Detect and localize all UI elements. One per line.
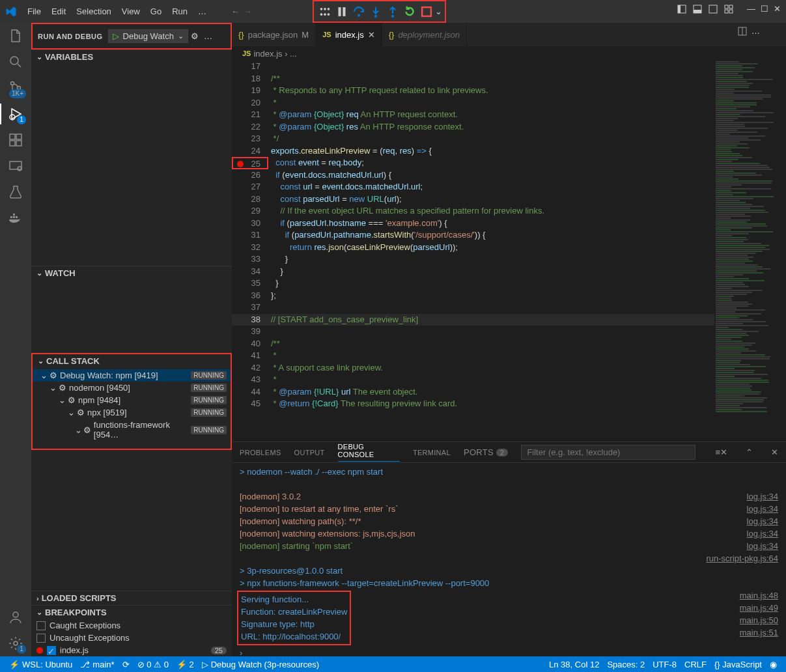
checkbox[interactable] <box>36 621 46 630</box>
breakpoint-item[interactable]: Uncaught Exceptions <box>31 632 232 644</box>
sidebar-right-icon[interactable] <box>708 4 718 14</box>
ports-indicator[interactable]: ⚡ 2 <box>173 660 198 669</box>
language-indicator[interactable]: {} JavaScript <box>710 660 766 669</box>
source-link[interactable]: main.js:48 <box>740 589 778 602</box>
breakpoint-item[interactable]: ✓index.js25 <box>31 644 232 656</box>
editor-tab[interactable]: {}package.json M <box>232 23 316 46</box>
minimap[interactable] <box>714 61 786 441</box>
step-into-icon[interactable] <box>369 5 383 19</box>
gear-icon[interactable]: ⚙ <box>191 31 199 41</box>
split-editor-icon[interactable] <box>737 26 748 36</box>
remote-explorer-icon[interactable] <box>8 158 23 174</box>
pause-icon[interactable] <box>335 5 349 19</box>
checkbox[interactable] <box>36 634 46 643</box>
section-header[interactable]: ›LOADED SCRIPTS <box>31 591 232 605</box>
section-header[interactable]: ⌄WATCH <box>31 266 232 280</box>
menu-item[interactable]: File <box>22 4 46 19</box>
panel-icon[interactable] <box>692 4 703 14</box>
breakpoint-item[interactable]: Caught Exceptions <box>31 619 232 632</box>
source-link[interactable]: log.js:34 <box>747 490 778 503</box>
debug-session-indicator[interactable]: ▷ Debug Watch (3p-resources) <box>198 660 323 669</box>
branch-indicator[interactable]: ⎇ main* <box>76 660 118 669</box>
more-icon[interactable]: … <box>204 31 212 41</box>
editor-tab[interactable]: {}deployment.json <box>382 23 467 46</box>
layout-icon[interactable] <box>677 4 687 14</box>
tab-output[interactable]: OUTPUT <box>294 449 325 456</box>
nav-back-icon[interactable]: ← <box>231 7 240 16</box>
close-tab-icon[interactable]: ✕ <box>368 30 375 40</box>
console-filter-input[interactable] <box>521 445 695 460</box>
source-link[interactable]: main.js:51 <box>740 626 778 639</box>
tab-ports[interactable]: PORTS2 <box>464 447 508 457</box>
callstack-item[interactable]: ⌄⚙functions-framework [954…RUNNING <box>33 419 231 441</box>
svg-point-0 <box>320 8 323 10</box>
extensions-icon[interactable] <box>8 132 23 148</box>
callstack-item[interactable]: ⌄⚙Debug Watch: npm [9419]RUNNING <box>33 369 231 382</box>
run-debug-icon[interactable]: 1 <box>8 106 23 122</box>
menu-item[interactable]: Go <box>145 4 167 19</box>
menu-item[interactable]: … <box>193 4 212 19</box>
svg-rect-13 <box>678 5 681 13</box>
tab-terminal[interactable]: TERMINAL <box>413 449 451 456</box>
source-link[interactable]: main.js:49 <box>740 602 778 614</box>
section-header[interactable]: ⌄CALL STACK <box>33 354 231 368</box>
source-link[interactable]: log.js:34 <box>747 503 778 515</box>
source-link[interactable]: log.js:34 <box>747 515 778 527</box>
tab-debug-console[interactable]: DEBUG CONSOLE <box>338 443 400 462</box>
callstack-item[interactable]: ⌄⚙nodemon [9450]RUNNING <box>33 382 231 394</box>
more-icon[interactable]: … <box>751 26 760 36</box>
source-link[interactable]: run-script-pkg.js:64 <box>706 552 778 565</box>
checkbox[interactable]: ✓ <box>47 646 56 655</box>
problems-indicator[interactable]: ⊘ 0 ⚠ 0 <box>133 660 173 669</box>
close-icon[interactable]: ✕ <box>774 4 781 14</box>
chevron-down-icon[interactable]: ⌄ <box>178 32 184 40</box>
account-icon[interactable] <box>8 609 23 625</box>
callstack-section: ⌄CALL STACK ⌄⚙Debug Watch: npm [9419]RUN… <box>31 353 232 450</box>
customize-layout-icon[interactable] <box>723 4 734 14</box>
cursor-position[interactable]: Ln 38, Col 12 <box>545 660 603 669</box>
feedback-icon[interactable]: ◉ <box>766 660 781 669</box>
source-link[interactable]: log.js:34 <box>747 540 778 552</box>
code-editor[interactable]: 1718/**19 * Responds to any HTTP request… <box>232 61 714 441</box>
nav-fwd-icon[interactable]: → <box>244 7 252 16</box>
editor-tab[interactable]: JSindex.js✕ <box>316 23 382 46</box>
clear-console-icon[interactable]: ≡✕ <box>715 447 727 457</box>
indent-indicator[interactable]: Spaces: 2 <box>603 660 649 669</box>
eol-indicator[interactable]: CRLF <box>681 660 710 669</box>
debug-console[interactable]: > nodemon --watch ./ --exec npm start [n… <box>232 463 786 656</box>
stop-icon[interactable] <box>419 5 434 19</box>
testing-icon[interactable] <box>8 184 23 200</box>
docker-icon[interactable] <box>8 210 23 226</box>
breadcrumb[interactable]: JSindex.js › ... <box>232 46 786 61</box>
svg-point-1 <box>324 8 326 10</box>
drag-handle-icon[interactable] <box>318 5 332 19</box>
section-header[interactable]: ⌄VARIABLES <box>31 50 232 64</box>
step-over-icon[interactable] <box>352 5 366 19</box>
settings-gear-icon[interactable]: 1 <box>8 636 23 651</box>
source-control-icon[interactable]: 1K+ <box>8 80 23 96</box>
restart-icon[interactable] <box>402 5 417 19</box>
encoding-indicator[interactable]: UTF-8 <box>649 660 681 669</box>
callstack-item[interactable]: ⌄⚙npm [9484]RUNNING <box>33 394 231 406</box>
menu-item[interactable]: Selection <box>71 4 116 19</box>
launch-config-select[interactable]: ▷ Debug Watch ⌄ <box>108 29 188 43</box>
step-out-icon[interactable] <box>386 5 400 19</box>
maximize-icon[interactable]: ☐ <box>761 4 768 14</box>
sync-icon[interactable]: ⟳ <box>119 660 133 669</box>
chevron-down-icon[interactable]: ⌄ <box>435 7 442 16</box>
tab-problems[interactable]: PROBLEMS <box>240 449 281 456</box>
menu-item[interactable]: Run <box>167 4 193 19</box>
callstack-item[interactable]: ⌄⚙npx [9519]RUNNING <box>33 406 231 419</box>
section-header[interactable]: ⌄BREAKPOINTS <box>31 606 232 619</box>
menu-item[interactable]: Edit <box>46 4 71 19</box>
start-debug-icon[interactable]: ▷ <box>113 31 119 41</box>
collapse-panel-icon[interactable]: ⌃ <box>746 447 753 457</box>
menu-item[interactable]: View <box>117 4 145 19</box>
search-icon[interactable] <box>8 54 23 70</box>
explorer-icon[interactable] <box>8 28 23 44</box>
source-link[interactable]: main.js:50 <box>740 614 778 626</box>
remote-indicator[interactable]: ⚡WSL: Ubuntu <box>5 660 76 669</box>
source-link[interactable]: log.js:34 <box>747 527 778 540</box>
minimize-icon[interactable]: — <box>747 4 755 14</box>
close-panel-icon[interactable]: ✕ <box>771 447 778 457</box>
